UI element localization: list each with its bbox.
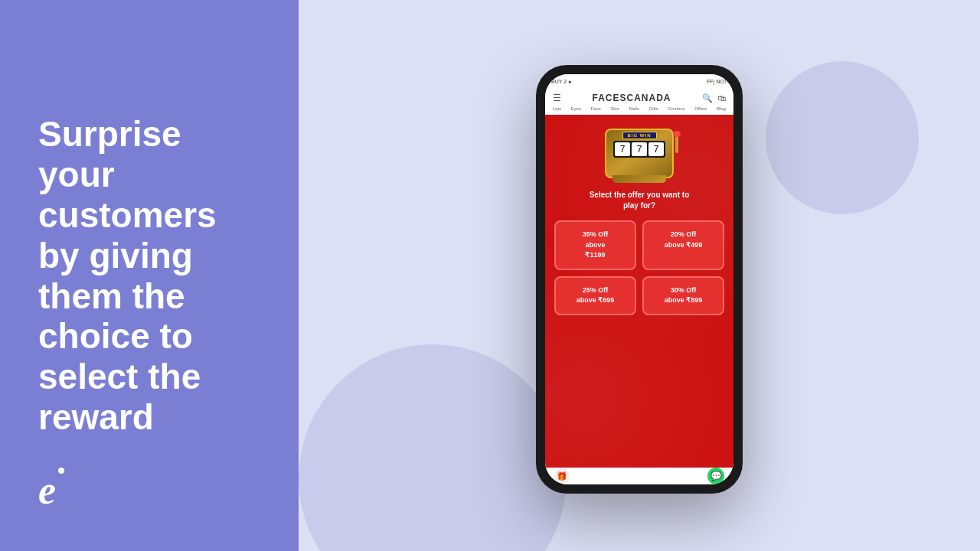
decor-circle-1 bbox=[299, 344, 567, 551]
nav-offers[interactable]: Offers bbox=[694, 106, 707, 111]
gift-icon-button[interactable]: 🎁 bbox=[554, 468, 570, 484]
select-offer-text: Select the offer you want toplay for? bbox=[590, 190, 690, 211]
slot-base bbox=[612, 175, 666, 183]
offer-btn-4[interactable]: 30% Offabove ₹899 bbox=[642, 276, 724, 315]
nav-nails[interactable]: Nails bbox=[629, 106, 639, 111]
reel-1: 7 bbox=[615, 142, 630, 156]
decor-circle-2 bbox=[766, 61, 919, 214]
phone-screen: BUY 2 ● FF| NOT ☰ FACESCANADA 🔍 🛍 Lip bbox=[545, 74, 733, 484]
offer-btn-2[interactable]: 20% Offabove ₹499 bbox=[642, 220, 724, 270]
cart-icon[interactable]: 🛍 bbox=[717, 93, 726, 103]
nav-top: ☰ FACESCANADA 🔍 🛍 bbox=[553, 93, 726, 103]
phone-mockup: BUY 2 ● FF| NOT ☰ FACESCANADA 🔍 🛍 Lip bbox=[536, 65, 743, 494]
status-left: BUY 2 ● bbox=[551, 79, 571, 84]
offer-btn-1[interactable]: 35% Offabove₹1199 bbox=[554, 220, 636, 270]
nav-eyes[interactable]: Eyes bbox=[571, 106, 581, 111]
logo-dot bbox=[58, 468, 64, 474]
phone-body: BUY 2 ● FF| NOT ☰ FACESCANADA 🔍 🛍 Lip bbox=[536, 65, 743, 494]
status-right: FF| NOT bbox=[707, 79, 727, 84]
left-panel: Surprise your customers by giving them t… bbox=[0, 0, 299, 551]
slot-body: BIG WIN 7 7 7 bbox=[605, 129, 674, 178]
logo-area: e bbox=[38, 468, 260, 513]
nav-bar: ☰ FACESCANADA 🔍 🛍 Lips Eyes Face Skin Na… bbox=[545, 88, 733, 115]
reel-2: 7 bbox=[632, 142, 647, 156]
big-win-sign: BIG WIN bbox=[622, 132, 657, 139]
phone-bottom-bar: 🎁 💬 bbox=[545, 468, 733, 484]
nav-blog[interactable]: Blog bbox=[717, 106, 726, 111]
promo-area: BIG WIN 7 7 7 Select the offer yo bbox=[545, 115, 733, 468]
status-bar: BUY 2 ● FF| NOT bbox=[545, 74, 733, 88]
reel-3: 7 bbox=[648, 142, 664, 156]
offer-grid: 35% Offabove₹1199 20% Offabove ₹499 25% … bbox=[554, 220, 724, 315]
slot-machine: BIG WIN 7 7 7 bbox=[601, 122, 678, 184]
brand-name: FACESCANADA bbox=[592, 93, 671, 103]
hamburger-icon[interactable]: ☰ bbox=[553, 93, 561, 103]
headline-text: Surprise your customers by giving them t… bbox=[38, 114, 260, 438]
search-icon[interactable]: 🔍 bbox=[702, 93, 713, 103]
nav-skin[interactable]: Skin bbox=[610, 106, 619, 111]
logo-letter: e bbox=[38, 468, 56, 512]
right-panel: BUY 2 ● FF| NOT ☰ FACESCANADA 🔍 🛍 Lip bbox=[299, 0, 980, 551]
nav-gifts[interactable]: Gifts bbox=[648, 106, 658, 111]
nav-menu: Lips Eyes Face Skin Nails Gifts Combos O… bbox=[553, 106, 726, 111]
slot-reels: 7 7 7 bbox=[613, 141, 665, 158]
offer-btn-3[interactable]: 25% Offabove ₹699 bbox=[554, 276, 636, 315]
nav-combos[interactable]: Combos bbox=[668, 106, 684, 111]
nav-face[interactable]: Face bbox=[590, 106, 600, 111]
nav-lips[interactable]: Lips bbox=[553, 106, 561, 111]
nav-icons: 🔍 🛍 bbox=[702, 93, 726, 103]
whatsapp-button[interactable]: 💬 bbox=[707, 468, 724, 484]
slot-lever bbox=[675, 134, 678, 153]
